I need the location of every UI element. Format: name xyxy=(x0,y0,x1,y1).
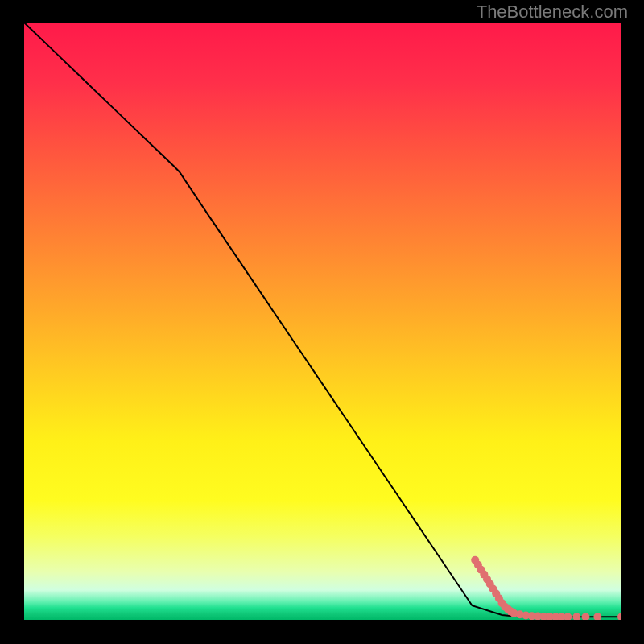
scatter-point xyxy=(581,613,589,620)
watermark-text: TheBottleneck.com xyxy=(477,2,628,23)
chart-scatter-points xyxy=(471,556,621,620)
scatter-point xyxy=(572,613,580,620)
chart-overlay-svg xyxy=(24,23,621,620)
chart-plot-area xyxy=(24,23,621,620)
scatter-point xyxy=(617,613,621,620)
scatter-point xyxy=(564,613,572,620)
chart-curve-line xyxy=(24,23,621,617)
scatter-point xyxy=(593,613,601,620)
